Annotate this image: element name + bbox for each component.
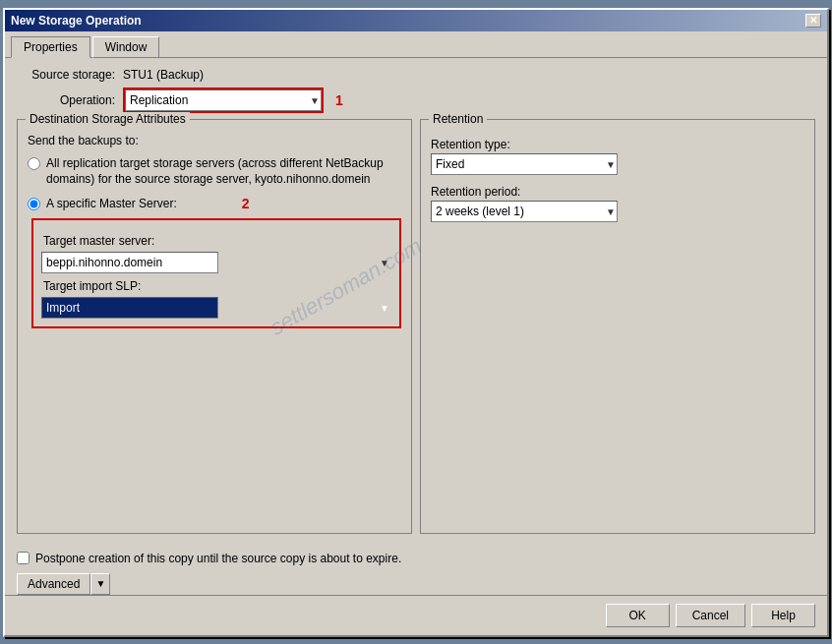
retention-type-select[interactable]: Fixed — [431, 153, 618, 175]
target-import-label: Target import SLP: — [43, 279, 391, 293]
target-import-select-wrapper: Import ▼ — [41, 297, 391, 319]
retention-period-field: Retention period: 2 weeks (level 1) ▼ — [431, 185, 804, 222]
retention-period-select[interactable]: 2 weeks (level 1) — [431, 201, 618, 222]
retention-type-field: Retention type: Fixed ▼ — [431, 138, 804, 175]
operation-label: Operation: — [17, 93, 115, 107]
radio-specific-container: A specific Master Server: 2 Target maste… — [28, 196, 401, 328]
postpone-row: Postpone creation of this copy until the… — [17, 552, 815, 565]
radio-all[interactable] — [28, 157, 40, 170]
advanced-dropdown-button[interactable]: ▼ — [90, 573, 110, 595]
operation-select-container: Replication ▼ — [125, 89, 322, 111]
advanced-button[interactable]: Advanced — [17, 573, 90, 595]
source-storage-label: Source storage: — [17, 68, 115, 82]
help-button[interactable]: Help — [751, 604, 815, 627]
advanced-button-wrapper: Advanced ▼ — [17, 573, 815, 595]
radio-specific[interactable] — [28, 198, 40, 210]
window-title: New Storage Operation — [11, 14, 142, 28]
bottom-area: Postpone creation of this copy until the… — [5, 544, 827, 595]
target-master-arrow: ▼ — [380, 257, 389, 267]
radio-specific-label: A specific Master Server: — [46, 196, 177, 212]
badge-2: 2 — [242, 196, 250, 211]
target-master-select-wrapper: beppi.nihonno.domein ▼ — [41, 252, 391, 273]
tab-window[interactable]: Window — [92, 36, 160, 58]
title-bar: New Storage Operation ✕ — [5, 10, 827, 31]
destination-storage-group: Destination Storage Attributes Send the … — [17, 119, 412, 534]
operation-select-wrapper: Replication ▼ — [123, 88, 324, 113]
content-area: Source storage: STU1 (Backup) Operation:… — [5, 58, 827, 544]
send-backups-label: Send the backups to: — [28, 134, 401, 147]
target-master-row: Target master server: beppi.nihonno.dome… — [41, 234, 391, 273]
retention-fields: Retention type: Fixed ▼ Retention period… — [431, 134, 804, 222]
retention-group: Retention Retention type: Fixed ▼ Retent… — [420, 119, 815, 534]
badge-1: 1 — [335, 92, 343, 108]
cancel-button[interactable]: Cancel — [676, 604, 745, 627]
retention-period-select-wrapper: 2 weeks (level 1) ▼ — [431, 201, 618, 222]
retention-type-select-wrapper: Fixed ▼ — [431, 153, 618, 175]
operation-row: Operation: Replication ▼ 1 — [17, 88, 815, 113]
target-import-select[interactable]: Import — [41, 297, 218, 319]
specific-master-box: Target master server: beppi.nihonno.dome… — [31, 218, 401, 328]
radio-all-label: All replication target storage servers (… — [46, 155, 401, 189]
postpone-label: Postpone creation of this copy until the… — [35, 552, 401, 565]
retention-period-label: Retention period: — [431, 185, 804, 199]
radio-all-row: All replication target storage servers (… — [28, 155, 401, 189]
destination-storage-title: Destination Storage Attributes — [26, 112, 190, 126]
main-panels: Destination Storage Attributes Send the … — [17, 119, 815, 534]
radio-specific-row: A specific Master Server: 2 — [28, 196, 401, 212]
target-master-label: Target master server: — [43, 234, 391, 248]
target-master-select[interactable]: beppi.nihonno.domein — [41, 252, 218, 273]
retention-title: Retention — [429, 112, 487, 126]
dialog-buttons: OK Cancel Help — [5, 595, 827, 635]
close-button[interactable]: ✕ — [805, 14, 821, 28]
tab-properties[interactable]: Properties — [11, 36, 90, 58]
target-import-row: Target import SLP: Import ▼ — [41, 279, 391, 319]
source-storage-row: Source storage: STU1 (Backup) — [17, 68, 815, 82]
ok-button[interactable]: OK — [606, 604, 670, 627]
retention-type-label: Retention type: — [431, 138, 804, 151]
operation-select[interactable]: Replication — [125, 89, 322, 111]
target-import-arrow: ▼ — [380, 302, 389, 313]
tab-bar: Properties Window — [5, 31, 827, 58]
source-storage-value: STU1 (Backup) — [123, 68, 204, 82]
postpone-checkbox[interactable] — [17, 552, 30, 564]
main-window: New Storage Operation ✕ Properties Windo… — [3, 8, 829, 637]
radio-group: All replication target storage servers (… — [28, 155, 401, 328]
